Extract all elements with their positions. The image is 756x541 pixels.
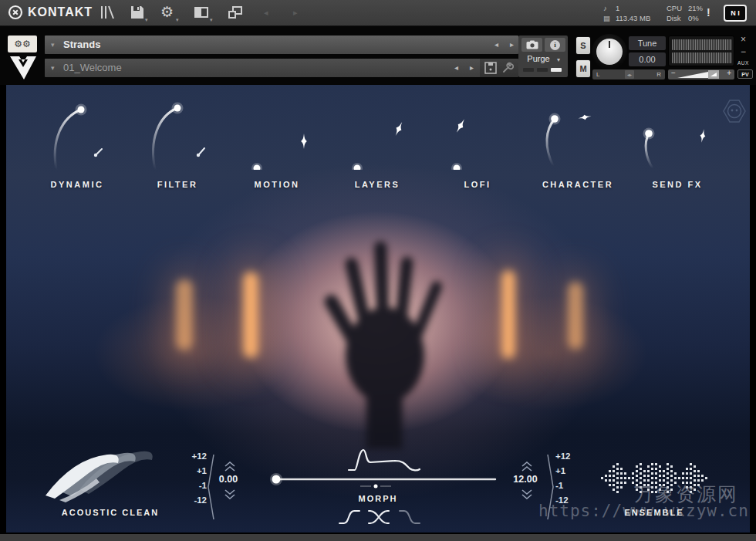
eq-logo-bar (620, 468, 623, 489)
info-icon: i (550, 40, 560, 50)
pitch-up-right-icon[interactable] (521, 462, 533, 472)
pitch-value-left[interactable]: 0.00 (201, 474, 256, 485)
multi-prev-icon[interactable]: ◂ (494, 40, 498, 49)
knob-motion[interactable] (243, 116, 320, 170)
top-menu-bar: KONTAKT ▾ ⚙ ▾ ▾ ◂ ▸ ♪ 1 CPU 2 (0, 0, 756, 26)
knob-label-character: CHARACTER (525, 180, 630, 189)
lamp-glow (501, 270, 515, 359)
solo-button[interactable]: S (575, 36, 591, 55)
browser-panel-icon[interactable] (99, 5, 116, 20)
pv-button[interactable]: PV (737, 69, 753, 79)
instrument-title: 01_Welcome (63, 62, 122, 73)
knob-label-motion: MOTION (224, 180, 329, 189)
aux-label[interactable]: AUX (737, 60, 749, 66)
snapshot-camera-button[interactable] (521, 38, 542, 52)
eq-logo-bar (705, 477, 707, 480)
instrument-prev-icon[interactable]: ◂ (454, 63, 458, 72)
knob-label-filter: FILTER (125, 180, 230, 189)
memory-value: 113.43 MB (616, 13, 667, 23)
info-button[interactable]: i (545, 38, 565, 52)
acoustic-clean-logo (42, 445, 177, 506)
settings-caret-icon[interactable]: ▾ (176, 17, 179, 23)
level-meter-left (672, 39, 732, 50)
voices-count: 1 (616, 3, 667, 13)
tune-knob[interactable] (592, 34, 627, 69)
purge-panel: i Purge ▾ (518, 36, 568, 77)
pan-left-label: L (596, 71, 599, 78)
lamp-glow (243, 272, 258, 358)
knob-label-lofi: LOFI (425, 180, 530, 189)
tune-value-box[interactable]: 0.00 (629, 52, 666, 66)
pitch-bracket-left (205, 452, 216, 522)
knob-label-sendfx: SEND FX (625, 180, 730, 189)
knob-layers[interactable] (343, 116, 420, 170)
instrument-next-icon[interactable]: ▸ (470, 63, 474, 72)
ni-logo-glyph: N I (725, 6, 745, 20)
ni-logo[interactable]: N I (724, 5, 747, 22)
pitch-down-right-icon[interactable] (521, 489, 533, 499)
warning-icon[interactable]: ! (707, 6, 710, 19)
multi-rack-button[interactable]: ⚙⚙ (8, 36, 37, 52)
morph-mode-rise-icon (339, 511, 359, 523)
knob-filter[interactable] (143, 99, 212, 176)
bottom-frame-bar (0, 533, 756, 541)
kontakt-logo-icon (8, 5, 23, 20)
knob-dynamic[interactable] (46, 100, 116, 178)
meter-segment (537, 68, 548, 72)
purge-label[interactable]: Purge (521, 54, 555, 63)
scale-tick: +12 (179, 451, 207, 462)
disk-label: Disk (667, 13, 688, 23)
eq-logo-bar (616, 463, 619, 494)
tune-knob-face (596, 39, 623, 65)
multi-header-strip[interactable]: ▾ Strands ◂ ▸ (45, 36, 518, 54)
minimize-icon[interactable]: − (741, 46, 746, 57)
envelope-curve (347, 446, 421, 474)
mute-button[interactable]: M (575, 59, 591, 78)
wrench-icon[interactable] (501, 62, 514, 74)
instrument-header-strip[interactable]: ▾ 01_Welcome ◂ ▸ (45, 59, 518, 77)
scale-tick: -12 (179, 495, 207, 505)
knob-label-layers: LAYERS (325, 180, 430, 189)
settings-gear-icon[interactable]: ⚙ (160, 3, 174, 21)
eq-logo-bar (624, 472, 626, 485)
redo-arrow-icon[interactable]: ▸ (293, 8, 298, 18)
kontakt-window: KONTAKT ▾ ⚙ ▾ ▾ ◂ ▸ ♪ 1 CPU 2 (0, 0, 756, 541)
layer-a-label[interactable]: ACOUSTIC CLEAN (35, 508, 186, 517)
instrument-collapse-icon[interactable]: ▾ (51, 64, 55, 72)
pitch-down-left-icon[interactable] (224, 489, 236, 499)
quicksave-icon[interactable] (484, 62, 497, 74)
morph-mode-icons[interactable] (336, 506, 429, 528)
detach-window-icon[interactable] (227, 5, 244, 20)
eq-logo-bar (613, 465, 615, 492)
pan-slider[interactable]: L R ◂▸ (592, 69, 665, 79)
disk-value: 0% (688, 13, 699, 23)
volume-wedge (668, 69, 734, 79)
save-caret-icon[interactable]: ▾ (145, 17, 148, 23)
morph-mode-cross-icon (369, 511, 389, 523)
undo-arrow-icon[interactable]: ◂ (264, 8, 268, 18)
volume-slider[interactable]: − + (668, 69, 734, 79)
hexagon-settings-icon[interactable] (721, 97, 748, 125)
close-icon[interactable]: × (741, 34, 746, 45)
kontakt-brand: KONTAKT (8, 5, 93, 20)
eq-logo-bar (609, 470, 611, 487)
multi-collapse-icon[interactable]: ▾ (51, 41, 55, 49)
eq-logo-bar (601, 477, 603, 480)
pan-handle[interactable]: ◂▸ (625, 70, 634, 79)
save-icon[interactable] (130, 5, 145, 20)
multi-next-icon[interactable]: ▸ (510, 40, 514, 49)
eq-logo-bar (605, 475, 607, 482)
knob-lofi[interactable] (444, 116, 521, 170)
knob-character[interactable] (536, 108, 621, 178)
morph-label: MORPH (336, 494, 420, 503)
knob-label-dynamic: DYNAMIC (25, 180, 130, 189)
layout-caret-icon[interactable]: ▾ (210, 17, 213, 23)
knob-sendfx[interactable] (633, 116, 717, 174)
workspace-layout-icon[interactable] (193, 5, 210, 20)
layer-b-label[interactable]: ENSEMBLE (599, 508, 709, 517)
instrument-tools-zone (480, 59, 518, 77)
pitch-up-left-icon[interactable] (224, 462, 236, 472)
hand-silhouette (312, 213, 457, 472)
scale-tick: +12 (555, 451, 586, 462)
purge-caret-icon[interactable]: ▾ (557, 56, 560, 63)
